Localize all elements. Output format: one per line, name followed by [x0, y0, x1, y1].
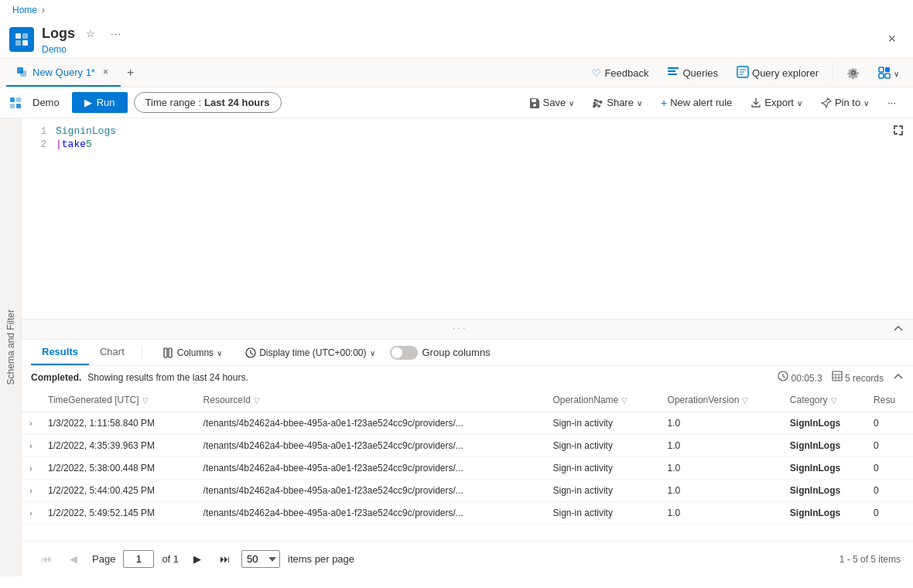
feedback-button[interactable]: ♡ Feedback: [584, 63, 656, 84]
collapse-icon: [893, 323, 904, 333]
row-expand-4[interactable]: ›: [22, 502, 40, 525]
export-button[interactable]: Export: [743, 93, 810, 112]
tab-new-query-1[interactable]: New Query 1* ×: [6, 59, 121, 87]
export-chevron-icon: [797, 97, 802, 108]
cell-result-3: 0: [866, 480, 913, 502]
workspace-name: Demo: [26, 97, 66, 108]
cell-resourceid-0: /tenants/4b2462a4-bbee-495a-a0e1-f23ae52…: [196, 412, 545, 435]
records-display: 5 records: [832, 371, 884, 384]
tab-divider: [142, 347, 142, 359]
cell-timegen-2: 1/2/2022, 5:38:00.448 PM: [40, 457, 196, 480]
filter-icon-category[interactable]: ▽: [831, 396, 837, 405]
cell-resourceid-4: /tenants/4b2462a4-bbee-495a-a0e1-f23ae52…: [196, 502, 545, 525]
ellipsis-icon: [111, 28, 121, 39]
app-icon: [9, 27, 34, 52]
settings-button[interactable]: [839, 62, 867, 84]
add-tab-button[interactable]: +: [121, 61, 140, 84]
app-header: Logs Demo ×: [0, 20, 913, 59]
th-opver: OperationVersion ▽: [660, 388, 782, 412]
table-row[interactable]: › 1/2/2022, 5:44:00.425 PM /tenants/4b24…: [22, 480, 913, 502]
timer-icon: [778, 371, 788, 381]
next-page-button[interactable]: ▶: [186, 549, 208, 569]
save-chevron-icon: [569, 97, 574, 108]
query-explorer-button[interactable]: Query explorer: [729, 61, 826, 85]
row-expand-3[interactable]: ›: [22, 480, 40, 502]
toolbar-right: Save Share + New alert rule Export Pin t…: [521, 93, 904, 113]
main-layout: Schema and Filter 1 SigninLogs 2 | take …: [0, 118, 913, 576]
query-editor[interactable]: 1 SigninLogs 2 | take 5: [22, 118, 913, 320]
results-area: Results Chart Columns Display time (UTC+…: [22, 340, 913, 576]
results-tbody: › 1/3/2022, 1:11:58.840 PM /tenants/4b24…: [22, 412, 913, 525]
svg-rect-18: [164, 348, 167, 357]
close-button[interactable]: ×: [883, 26, 901, 52]
th-resourceid: ResourceId ▽: [196, 388, 545, 412]
share-button[interactable]: Share: [585, 93, 650, 112]
breadcrumb-home[interactable]: Home: [12, 5, 37, 15]
first-page-button[interactable]: ⏮: [34, 549, 58, 569]
chevron-down-icon: [894, 67, 899, 79]
cell-result-2: 0: [866, 457, 913, 480]
save-button[interactable]: Save: [521, 93, 583, 112]
results-table-container: TimeGenerated [UTC] ▽ ResourceId ▽: [22, 388, 913, 541]
tab-label: New Query 1*: [32, 67, 95, 78]
alert-icon: +: [661, 97, 667, 109]
display-time-button[interactable]: Display time (UTC+00:00): [237, 344, 383, 362]
time-range-button[interactable]: Time range : Last 24 hours: [134, 92, 282, 113]
svg-rect-0: [15, 33, 21, 39]
cell-opver-4: 1.0: [660, 502, 782, 525]
query-line-2: 2 | take 5: [22, 138, 913, 151]
star-icon: [86, 28, 95, 39]
run-button[interactable]: Run: [72, 92, 128, 113]
filter-icon-opver[interactable]: ▽: [742, 396, 748, 405]
cell-timegen-1: 1/2/2022, 4:35:39.963 PM: [40, 435, 196, 457]
view-toggle-button[interactable]: [870, 62, 907, 84]
queries-button[interactable]: Queries: [659, 62, 726, 84]
cell-timegen-0: 1/3/2022, 1:11:58.840 PM: [40, 412, 196, 435]
group-columns-toggle[interactable]: [390, 346, 418, 360]
prev-page-button[interactable]: ◀: [63, 549, 84, 569]
cell-opname-4: Sign-in activity: [545, 502, 660, 525]
records-icon: [832, 371, 843, 381]
table-row[interactable]: › 1/2/2022, 4:35:39.963 PM /tenants/4b24…: [22, 435, 913, 457]
expand-editor-button[interactable]: [893, 125, 904, 138]
table-row[interactable]: › 1/2/2022, 5:49:52.145 PM /tenants/4b24…: [22, 502, 913, 525]
filter-icon-opname[interactable]: ▽: [621, 396, 627, 405]
tab-bar: New Query 1* × + ♡ Feedback Queries Quer…: [0, 59, 913, 87]
columns-button[interactable]: Columns: [155, 344, 231, 362]
tab-close-button[interactable]: ×: [100, 65, 111, 79]
pin-to-button[interactable]: Pin to: [813, 93, 877, 112]
table-row[interactable]: › 1/3/2022, 1:11:58.840 PM /tenants/4b24…: [22, 412, 913, 435]
page-input[interactable]: [123, 550, 154, 568]
cell-opver-0: 1.0: [660, 412, 782, 435]
cell-opver-3: 1.0: [660, 480, 782, 502]
row-expand-1[interactable]: ›: [22, 435, 40, 457]
pagination-summary: 1 - 5 of 5 items: [839, 554, 901, 565]
tab-chart[interactable]: Chart: [89, 340, 135, 365]
expand-results-button[interactable]: [893, 371, 904, 384]
row-expand-2[interactable]: ›: [22, 457, 40, 480]
filter-icon-timegen[interactable]: ▽: [142, 396, 149, 405]
collapse-editor-button[interactable]: [893, 323, 904, 336]
more-options-button[interactable]: [106, 23, 126, 44]
cell-category-0: SignInLogs: [782, 412, 866, 435]
svg-rect-22: [833, 371, 842, 381]
last-page-button[interactable]: ⏭: [213, 549, 237, 569]
table-row[interactable]: › 1/2/2022, 5:38:00.448 PM /tenants/4b24…: [22, 457, 913, 480]
sidebar[interactable]: Schema and Filter: [0, 118, 22, 576]
svg-rect-16: [10, 104, 15, 108]
per-page-select[interactable]: 50 100 200: [241, 550, 280, 568]
toolbar: Demo Run Time range : Last 24 hours Save…: [0, 87, 913, 118]
tab-results[interactable]: Results: [31, 340, 89, 365]
tab-actions: ♡ Feedback Queries Query explorer: [584, 61, 907, 85]
cell-resourceid-3: /tenants/4b2462a4-bbee-495a-a0e1-f23ae52…: [196, 480, 545, 502]
query-icon: [15, 66, 28, 78]
cell-result-1: 0: [866, 435, 913, 457]
star-button[interactable]: [81, 23, 100, 44]
cell-opver-2: 1.0: [660, 457, 782, 480]
row-expand-0[interactable]: ›: [22, 412, 40, 435]
more-toolbar-button[interactable]: ···: [880, 93, 904, 112]
queries-icon: [667, 67, 679, 80]
filter-icon-resourceid[interactable]: ▽: [254, 396, 260, 405]
new-alert-rule-button[interactable]: + New alert rule: [653, 93, 740, 113]
editor-resize-handle[interactable]: · · ·: [22, 320, 913, 340]
